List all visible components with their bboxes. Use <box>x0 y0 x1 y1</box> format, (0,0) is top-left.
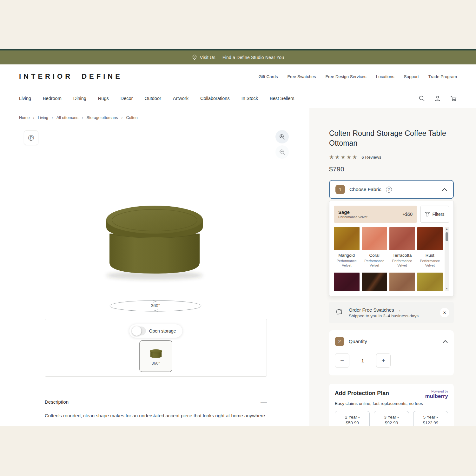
product-info-panel: Colten Round Storage Coffee Table Ottoma… <box>309 108 476 426</box>
plan-5-year-button[interactable]: 5 Year - $122.99 <box>413 411 448 426</box>
swatch-scrollbar[interactable]: ▲ ▼ <box>445 227 449 291</box>
swatch-partial[interactable] <box>362 273 387 291</box>
filters-button[interactable]: Filters <box>420 206 449 223</box>
product-image[interactable] <box>91 189 218 284</box>
breadcrumb-separator: › <box>33 116 34 120</box>
search-icon[interactable] <box>419 95 425 102</box>
nav-bedroom[interactable]: Bedroom <box>43 96 62 101</box>
close-swatches-banner-button[interactable]: ✕ <box>440 308 449 317</box>
breadcrumb-living[interactable]: Living <box>38 116 48 120</box>
pinterest-icon: ℗ <box>28 133 34 142</box>
nav-best-sellers[interactable]: Best Sellers <box>270 96 294 101</box>
zoom-out-icon <box>279 149 285 155</box>
choose-fabric-heading: Choose Fabric <box>349 187 381 192</box>
zoom-out-button[interactable] <box>275 145 289 159</box>
main-nav-bar: Living Bedroom Dining Rugs Decor Outdoor… <box>0 89 476 108</box>
fabric-swatch-list: Marigold PerformanceVelvet Coral Perform… <box>334 227 449 291</box>
protection-plan-options: 2 Year - $59.99 3 Year - $92.99 5 Year -… <box>335 411 448 426</box>
breadcrumb-separator: › <box>52 116 53 120</box>
selected-fabric-chip[interactable]: Sage Performance Velvet +$50 <box>334 206 417 223</box>
breadcrumb-colten[interactable]: Colten <box>126 116 137 120</box>
zoom-in-icon <box>279 134 285 140</box>
breadcrumb-all-ottomans[interactable]: All ottomans <box>56 116 78 120</box>
toggle-knob <box>132 326 142 336</box>
open-storage-label: Open storage <box>149 328 176 334</box>
zoom-in-button[interactable] <box>275 130 289 143</box>
nav-rugs[interactable]: Rugs <box>98 96 109 101</box>
spin-360-indicator[interactable]: 360° <box>108 299 203 313</box>
nav-dining[interactable]: Dining <box>73 96 86 101</box>
swatch-image <box>362 227 387 250</box>
utility-nav-trade-program[interactable]: Trade Program <box>428 74 457 79</box>
plan-3-year-button[interactable]: 3 Year - $92.99 <box>374 411 409 426</box>
review-summary[interactable]: ★★★★★ 6 Reviews <box>329 154 454 161</box>
swatch-image <box>417 227 443 250</box>
nav-living[interactable]: Living <box>19 96 31 101</box>
swatch-type: PerformanceVelvet <box>334 259 360 268</box>
account-icon[interactable] <box>434 95 441 102</box>
breadcrumb-separator: › <box>121 116 122 120</box>
quantity-decrease-button[interactable]: − <box>335 353 349 368</box>
pinterest-share-button[interactable]: ℗ <box>24 130 38 145</box>
filters-label: Filters <box>432 212 444 217</box>
swatch-image <box>334 273 360 291</box>
plan-2-year-button[interactable]: 2 Year - $59.99 <box>335 411 370 426</box>
utility-nav-support[interactable]: Support <box>404 74 419 79</box>
order-free-swatches-banner[interactable]: Order Free Swatches → Shipped to you in … <box>329 302 454 323</box>
quantity-section-header[interactable]: 2 Quantity <box>335 337 448 346</box>
review-count[interactable]: 6 Reviews <box>361 155 381 160</box>
scroll-up-arrow[interactable]: ▲ <box>446 228 448 230</box>
swatch-type: PerformanceVelvet <box>417 259 443 268</box>
protection-plan-heading: Add Protection Plan <box>335 390 389 397</box>
mulberry-logo: Powered by mulberry <box>425 390 448 399</box>
quantity-stepper: − 1 + <box>335 353 448 368</box>
swatch-image <box>389 273 415 291</box>
arrow-right-icon: → <box>397 307 401 313</box>
thumbnail-360[interactable]: 360° <box>140 340 172 372</box>
nav-decor[interactable]: Decor <box>121 96 133 101</box>
protection-plan-subtitle: Easy claims online, fast replacements, n… <box>335 401 448 406</box>
chevron-up-icon[interactable] <box>442 188 447 191</box>
description-heading: Description <box>45 399 69 405</box>
thumbnail-ottoman-image <box>148 347 164 360</box>
chevron-up-icon[interactable] <box>442 340 448 343</box>
nav-in-stock[interactable]: In Stock <box>241 96 258 101</box>
site-header: INTERIOR DEFINE Gift Cards Free Swatches… <box>0 64 476 89</box>
scroll-down-arrow[interactable]: ▼ <box>446 288 448 290</box>
spin-360-label: 360° <box>148 303 163 308</box>
nav-artwork[interactable]: Artwork <box>173 96 188 101</box>
step-2-badge: 2 <box>335 337 344 346</box>
collapse-description-icon[interactable]: — <box>261 399 267 405</box>
utility-nav-gift-cards[interactable]: Gift Cards <box>259 74 278 79</box>
location-pin-icon <box>192 55 197 60</box>
product-price: $790 <box>329 165 454 173</box>
swatch-image <box>417 273 443 291</box>
swatch-rust[interactable]: Rust PerformanceVelvet <box>417 227 443 268</box>
swatch-coral[interactable]: Coral PerformanceVelvet <box>362 227 387 268</box>
utility-nav-free-swatches[interactable]: Free Swatches <box>288 74 316 79</box>
utility-nav-free-design-services[interactable]: Free Design Services <box>326 74 367 79</box>
swatch-partial[interactable] <box>389 273 415 291</box>
fabric-surcharge: +$50 <box>402 212 413 217</box>
swatch-partial[interactable] <box>334 273 360 291</box>
promo-banner[interactable]: Visit Us — Find a Define Studio Near You <box>0 49 476 64</box>
order-free-swatches-label[interactable]: Order Free Swatches <box>349 307 394 313</box>
product-title: Colten Round Storage Coffee Table Ottoma… <box>329 129 454 148</box>
quantity-increase-button[interactable]: + <box>376 353 391 368</box>
breadcrumb-storage-ottomans[interactable]: Storage ottomans <box>87 116 118 120</box>
choose-fabric-section-header[interactable]: 1 Choose Fabric ? <box>329 180 454 199</box>
selected-fabric-name: Sage <box>338 209 367 215</box>
cart-icon[interactable] <box>450 95 457 102</box>
swatch-marigold[interactable]: Marigold PerformanceVelvet <box>334 227 360 268</box>
scrollbar-thumb[interactable] <box>446 232 448 241</box>
quantity-value: 1 <box>349 358 376 363</box>
swatch-partial[interactable] <box>417 273 443 291</box>
swatch-terracotta[interactable]: Terracotta PerformanceVelvet <box>389 227 415 268</box>
open-storage-toggle[interactable]: Open storage <box>129 324 182 338</box>
utility-nav-locations[interactable]: Locations <box>376 74 394 79</box>
fabric-help-icon[interactable]: ? <box>386 187 392 193</box>
nav-collaborations[interactable]: Collaborations <box>200 96 230 101</box>
brand-logo[interactable]: INTERIOR DEFINE <box>19 72 122 81</box>
nav-outdoor[interactable]: Outdoor <box>144 96 161 101</box>
breadcrumb-home[interactable]: Home <box>19 116 30 120</box>
